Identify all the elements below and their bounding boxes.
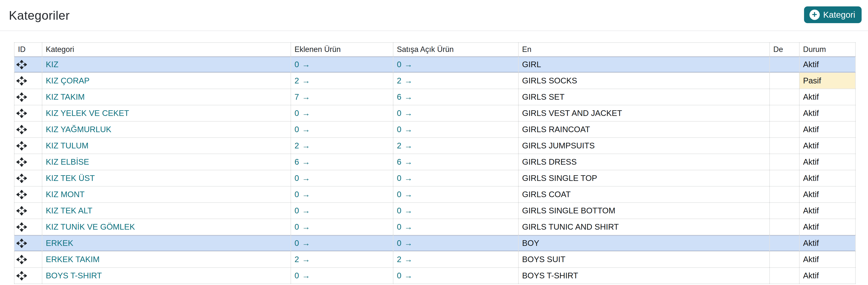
open-for-sale-link[interactable]: 0→: [397, 222, 412, 231]
move-icon[interactable]: [17, 174, 42, 183]
added-products-link[interactable]: 0→: [294, 206, 310, 215]
right-arrow-icon: →: [302, 60, 310, 69]
open-for-sale-link[interactable]: 0→: [397, 173, 412, 183]
open-for-sale-link[interactable]: 0→: [397, 206, 412, 215]
right-arrow-icon: →: [302, 141, 310, 150]
right-arrow-icon: →: [404, 173, 412, 183]
move-icon[interactable]: [17, 222, 42, 231]
category-link[interactable]: ERKEK: [46, 239, 73, 248]
right-arrow-icon: →: [404, 190, 412, 199]
table-row: KIZ ÇORAP2→2→GIRLS SOCKSPasif: [14, 73, 856, 89]
added-products-link[interactable]: 0→: [294, 190, 310, 199]
count-value: 0: [397, 190, 401, 199]
category-link[interactable]: KIZ: [46, 60, 58, 69]
count-value: 0: [294, 125, 299, 134]
category-link[interactable]: KIZ TEK ALT: [46, 206, 93, 215]
column-header-eklenen-urun: Eklenen Ürün: [291, 42, 393, 56]
category-cell: KIZ TAKIM: [42, 89, 291, 105]
move-icon[interactable]: [17, 190, 42, 199]
eklenen-cell: 0→: [291, 235, 393, 251]
en-cell: GIRLS SET: [518, 89, 770, 105]
move-icon[interactable]: [17, 76, 42, 86]
count-value: 0: [397, 206, 401, 215]
plus-icon: +: [809, 9, 820, 20]
added-products-link[interactable]: 0→: [294, 173, 310, 183]
move-icon[interactable]: [17, 206, 42, 215]
move-icon[interactable]: [17, 271, 42, 280]
right-arrow-icon: →: [404, 271, 412, 280]
move-icon[interactable]: [17, 125, 42, 134]
count-value: 0: [397, 173, 401, 183]
category-link[interactable]: KIZ ÇORAP: [46, 76, 90, 85]
added-products-link[interactable]: 0→: [294, 239, 310, 248]
satisa-cell: 2→: [393, 73, 518, 89]
move-icon[interactable]: [17, 255, 42, 264]
open-for-sale-link[interactable]: 6→: [397, 157, 412, 166]
category-cell: KIZ YAĞMURLUK: [42, 121, 291, 137]
eklenen-cell: 0→: [291, 219, 393, 235]
open-for-sale-link[interactable]: 6→: [397, 92, 412, 101]
column-header-id: ID: [14, 42, 42, 56]
table-row: KIZ YELEK VE CEKET0→0→GIRLS VEST AND JAC…: [14, 105, 856, 121]
added-products-link[interactable]: 6→: [294, 157, 310, 166]
category-cell: KIZ TEK ALT: [42, 202, 291, 219]
open-for-sale-link[interactable]: 2→: [397, 255, 412, 264]
category-link[interactable]: KIZ TAKIM: [46, 92, 85, 101]
added-products-link[interactable]: 0→: [294, 222, 310, 231]
satisa-cell: 0→: [393, 235, 518, 251]
add-category-button[interactable]: + Kategori: [804, 6, 862, 23]
eklenen-cell: 2→: [291, 73, 393, 89]
open-for-sale-link[interactable]: 0→: [397, 271, 412, 280]
move-icon[interactable]: [17, 60, 42, 69]
move-icon[interactable]: [17, 93, 42, 102]
right-arrow-icon: →: [302, 173, 310, 183]
en-cell: GIRLS RAINCOAT: [518, 121, 770, 137]
category-link[interactable]: BOYS T-SHIRT: [46, 271, 102, 280]
status-cell: Pasif: [799, 73, 856, 89]
move-icon[interactable]: [17, 109, 42, 118]
open-for-sale-link[interactable]: 0→: [397, 239, 412, 248]
category-link[interactable]: KIZ MONT: [46, 190, 85, 199]
category-link[interactable]: KIZ TUNİK VE GÖMLEK: [46, 222, 135, 231]
open-for-sale-link[interactable]: 2→: [397, 76, 412, 85]
count-value: 0: [294, 190, 299, 199]
added-products-link[interactable]: 0→: [294, 271, 310, 280]
count-value: 2: [294, 76, 299, 85]
table-row: KIZ TEK ÜST0→0→GIRLS SINGLE TOPAktif: [14, 170, 856, 186]
category-cell: KIZ TUNİK VE GÖMLEK: [42, 219, 291, 235]
category-link[interactable]: KIZ TEK ÜST: [46, 173, 95, 183]
move-icon[interactable]: [17, 141, 42, 150]
row-id-cell: [14, 121, 42, 137]
move-icon[interactable]: [17, 158, 42, 167]
category-link[interactable]: ERKEK TAKIM: [46, 255, 100, 264]
added-products-link[interactable]: 0→: [294, 60, 310, 69]
added-products-link[interactable]: 2→: [294, 141, 310, 150]
move-icon[interactable]: [17, 239, 42, 248]
table-row: ERKEK TAKIM2→2→BOYS SUITAktif: [14, 251, 856, 267]
open-for-sale-link[interactable]: 0→: [397, 190, 412, 199]
added-products-link[interactable]: 0→: [294, 108, 310, 118]
category-link[interactable]: KIZ TULUM: [46, 141, 89, 150]
category-link[interactable]: KIZ ELBİSE: [46, 157, 89, 166]
row-id-cell: [14, 235, 42, 251]
added-products-link[interactable]: 7→: [294, 92, 310, 101]
row-id-cell: [14, 186, 42, 202]
category-link[interactable]: KIZ YAĞMURLUK: [46, 125, 112, 134]
status-cell: Aktif: [799, 105, 856, 121]
open-for-sale-link[interactable]: 0→: [397, 108, 412, 118]
added-products-link[interactable]: 2→: [294, 255, 310, 264]
open-for-sale-link[interactable]: 2→: [397, 141, 412, 150]
de-cell: [770, 56, 799, 73]
added-products-link[interactable]: 0→: [294, 125, 310, 134]
satisa-cell: 0→: [393, 202, 518, 219]
category-link[interactable]: KIZ YELEK VE CEKET: [46, 108, 129, 118]
row-id-cell: [14, 56, 42, 73]
category-cell: KIZ: [42, 56, 291, 73]
right-arrow-icon: →: [404, 222, 412, 231]
open-for-sale-link[interactable]: 0→: [397, 125, 412, 134]
open-for-sale-link[interactable]: 0→: [397, 60, 412, 69]
added-products-link[interactable]: 2→: [294, 76, 310, 85]
en-cell: GIRLS JUMPSUITS: [518, 137, 770, 154]
de-cell: [770, 154, 799, 170]
eklenen-cell: 0→: [291, 56, 393, 73]
